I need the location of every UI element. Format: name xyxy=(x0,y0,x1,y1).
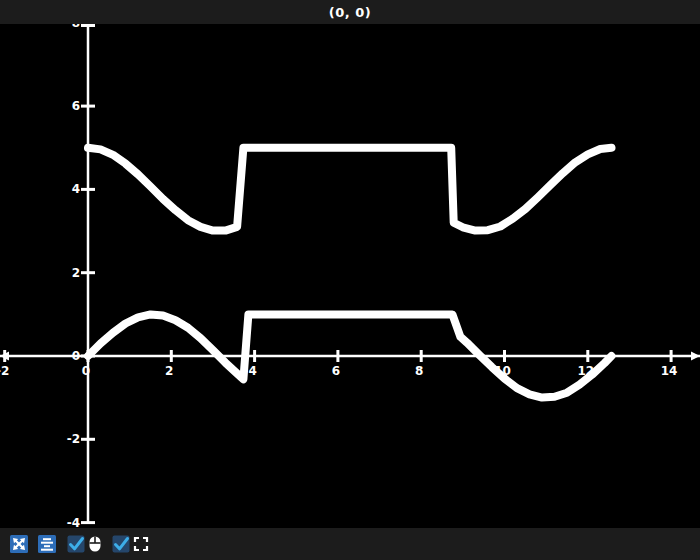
pan-move-tool-button[interactable] xyxy=(10,535,28,553)
graph-calculator-window: (0, 0) -20246810121486420-2-4 xyxy=(0,0,700,560)
selection-marquee-button[interactable] xyxy=(132,535,150,553)
bottom-toolbar xyxy=(0,528,700,560)
y-tick-label: 4 xyxy=(72,182,80,196)
x-tick-label: 14 xyxy=(661,364,678,378)
chart-canvas[interactable]: -20246810121486420-2-4 xyxy=(0,24,700,528)
y-tick-label: -2 xyxy=(67,432,80,446)
mouse-icon xyxy=(86,535,104,553)
x-axis-right-arrow-icon xyxy=(691,352,700,361)
checkbox-checked-icon xyxy=(112,535,130,553)
y-tick-label: 8 xyxy=(72,24,80,30)
x-tick-label: 0 xyxy=(82,364,90,378)
upper-curve-4-plus-cos-clamped[interactable] xyxy=(88,148,612,231)
plot-area[interactable]: -20246810121486420-2-4 xyxy=(0,24,700,528)
y-tick-label: 6 xyxy=(72,99,80,113)
center-view-tool-button[interactable] xyxy=(38,535,56,553)
horizontal-lines-icon xyxy=(38,535,56,553)
cursor-coordinates: (0, 0) xyxy=(329,5,371,20)
x-tick-label: 6 xyxy=(332,364,340,378)
checkbox-checked-icon xyxy=(67,535,85,553)
mouse-tracking-checkbox[interactable] xyxy=(67,535,85,553)
x-tick-label: -2 xyxy=(0,364,9,378)
x-tick-label: 4 xyxy=(248,364,256,378)
y-tick-label: 2 xyxy=(72,266,80,280)
mouse-indicator xyxy=(86,535,104,553)
titlebar: (0, 0) xyxy=(0,0,700,24)
selection-checkbox[interactable] xyxy=(112,535,130,553)
y-tick-label: -4 xyxy=(67,516,80,528)
x-tick-label: 2 xyxy=(165,364,173,378)
move-arrows-icon xyxy=(10,535,28,553)
selection-marquee-icon xyxy=(132,535,150,553)
y-tick-label: 0 xyxy=(72,349,80,363)
x-tick-label: 8 xyxy=(415,364,423,378)
